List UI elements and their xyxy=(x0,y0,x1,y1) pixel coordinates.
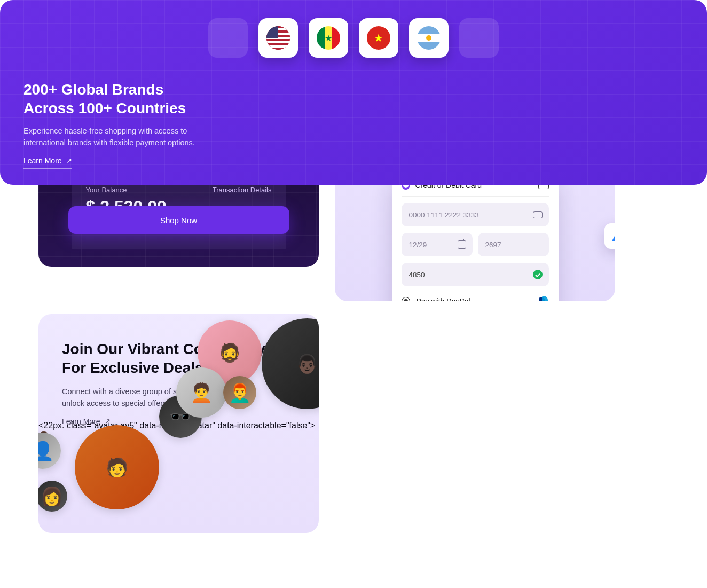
avatar: 👨🏿 xyxy=(262,318,319,409)
atlassian-badge xyxy=(604,223,615,249)
arrow-icon: ↗ xyxy=(66,156,72,164)
avatar: 🧑‍🦱 xyxy=(176,367,226,418)
country-flags xyxy=(0,18,707,58)
shop-now-button[interactable]: Shop Now xyxy=(68,206,289,234)
paypal-option[interactable]: Pay with PayPal xyxy=(402,296,549,301)
atlassian-icon xyxy=(612,231,615,241)
cvv-input[interactable]: 2697 xyxy=(478,233,549,256)
transaction-details-link[interactable]: Transaction Details xyxy=(213,186,272,194)
paypal-icon xyxy=(539,296,549,301)
brands-learn-more-link[interactable]: Learn More ↗ xyxy=(23,156,72,169)
calendar-icon xyxy=(458,240,466,249)
flag-argentina xyxy=(409,18,449,58)
community-avatars: 👤 👩 🧑 🕶️ <22px. class="avatar av5" data-… xyxy=(38,421,319,533)
flag-vietnam xyxy=(359,18,398,58)
expiry-input[interactable]: 12/29 xyxy=(402,233,473,256)
card-number-input[interactable]: 0000 1111 2222 3333 xyxy=(402,203,549,226)
avatar: 👩 xyxy=(38,481,67,512)
pin-input[interactable]: 4850 xyxy=(402,263,549,286)
flag-tile xyxy=(208,18,248,58)
flag-us xyxy=(258,18,298,58)
avatar: 🧑 xyxy=(75,425,159,509)
payment-form: Credit or Debit Card 0000 1111 2222 3333… xyxy=(392,171,559,301)
flag-tile xyxy=(459,18,499,58)
brands-title: 200+ Global Brands Across 100+ Countries xyxy=(23,80,684,117)
flag-senegal xyxy=(309,18,348,58)
radio-icon xyxy=(402,297,410,301)
avatar: 👨‍🦰 xyxy=(223,376,256,409)
balance-label: Your Balance xyxy=(86,186,127,194)
community-card: Join Our Vibrant Community For Exclusive… xyxy=(38,314,319,533)
brands-card: 200+ Global Brands Across 100+ Countries… xyxy=(0,0,707,185)
brands-subtitle: Experience hassle-free shopping with acc… xyxy=(23,125,216,149)
avatar: 👤 xyxy=(38,433,61,469)
card-icon xyxy=(533,211,543,218)
